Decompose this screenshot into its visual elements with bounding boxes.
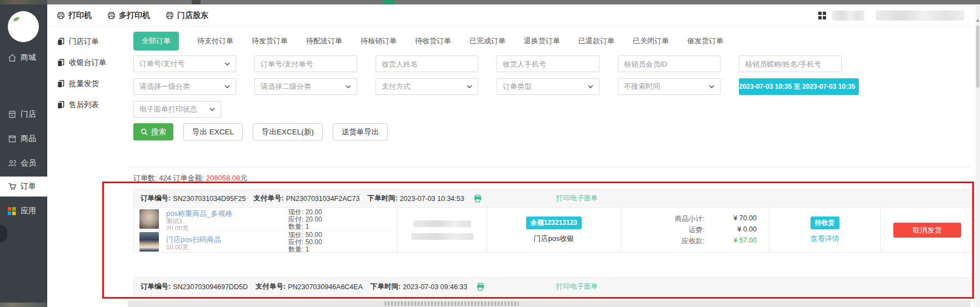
tab-all-orders[interactable]: 全部订单 — [133, 32, 179, 51]
print-eorder-link[interactable]: 打印电子面单 — [556, 194, 598, 203]
receiver-phone-input[interactable] — [497, 56, 599, 72]
verifier-name-input[interactable] — [739, 56, 842, 72]
apps-icon — [7, 207, 17, 216]
export-excel-new-button[interactable]: 导出EXCEL(新) — [253, 123, 323, 140]
sidebar-item-label: 门店 — [21, 109, 36, 119]
tab-urge-shipment[interactable]: 催发货订单 — [687, 36, 723, 46]
submenu-item-label: 门店订单 — [69, 37, 99, 47]
submenu-item-batch-shipment[interactable]: 批量发货 — [47, 73, 128, 94]
product-row: pos称重商品_多规格 测试1 20.00克 现价: 20.00 应付: 20.… — [134, 208, 397, 230]
store-icon — [7, 110, 17, 119]
store-shareholder-button[interactable]: 门店股东 — [166, 11, 208, 21]
printer-button[interactable]: 打印机 — [57, 11, 92, 21]
submenu-item-cashier-orders[interactable]: 收银台订单 — [47, 52, 128, 73]
tab-refunded[interactable]: 已退款订单 — [578, 36, 614, 46]
chevron-down-icon — [209, 108, 215, 111]
leaf-icon — [12, 16, 21, 24]
category-level2-select[interactable]: 请选择二级分类 — [254, 78, 357, 95]
order-no-input[interactable] — [254, 56, 357, 72]
select-value: 电子面单打印状态 — [139, 104, 197, 114]
view-detail-link[interactable]: 查看详情 — [811, 234, 839, 244]
browser-strip-green-segment — [383, 0, 394, 4]
scrollbar-thumb[interactable] — [976, 26, 979, 88]
order-time-value: 2023-07-03 09:46:33 — [403, 283, 467, 291]
order-time-value: 2023-07-03 10:34:53 — [400, 195, 464, 203]
qty-value: 1 — [306, 223, 309, 230]
side-drawer-handle[interactable] — [0, 225, 7, 243]
document-icon — [57, 38, 64, 46]
price-label: 现价: — [288, 231, 303, 239]
blurred-customer-info — [411, 233, 473, 240]
chevron-down-icon — [224, 85, 230, 88]
cancel-shipment-button[interactable]: 取消发货 — [893, 223, 961, 238]
tab-pending-delivery[interactable]: 待配送订单 — [306, 36, 342, 46]
sidebar-item-mall[interactable]: 商城 — [0, 48, 47, 68]
print-eorder-link[interactable]: 打印电子面单 — [556, 282, 598, 291]
product-title-link[interactable]: 门店pos扫码商品 — [166, 235, 397, 244]
date-range-button[interactable]: 2023-07-03 10:35 至 2023-07-03 10:35 — [739, 78, 859, 95]
tab-pending-verification[interactable]: 待核销订单 — [361, 36, 397, 46]
grid-menu-icon[interactable] — [818, 12, 827, 20]
pay-no-value: PN2307031034F2AC73 — [286, 195, 360, 203]
document-icon — [57, 101, 64, 109]
pay-no-value: PN2307030946A6C4EA — [288, 283, 363, 291]
sidebar-item-goods[interactable]: 商品 — [0, 129, 47, 149]
status-badge: 待收货 — [811, 217, 839, 229]
multi-printer-button[interactable]: 多打印机 — [107, 11, 150, 21]
avatar[interactable] — [8, 11, 39, 42]
product-title-link[interactable]: pos称重商品_多规格 — [166, 209, 397, 218]
print-receipt-icon-button[interactable] — [473, 194, 482, 203]
print-receipt-icon-button[interactable] — [476, 283, 485, 291]
tab-completed[interactable]: 已完成订单 — [469, 36, 506, 46]
filter-row-2: 请选择一级分类 请选择二级分类 支付方式 订单类型 不搜索时间 2023-07-… — [133, 78, 859, 95]
order-no-type-select[interactable]: 订单号/支付号 — [133, 56, 236, 72]
tab-pending-receipt[interactable]: 待收货订单 — [415, 36, 451, 46]
product-image — [139, 232, 159, 251]
payable-value: 50.00 — [306, 238, 322, 246]
order-no-value: SN230703094697DD5D — [173, 283, 248, 291]
printer-icon — [473, 194, 482, 203]
price-label: 现价: — [288, 208, 303, 216]
sidebar-item-label: 会员 — [21, 158, 36, 168]
receiver-name-input[interactable] — [376, 56, 478, 72]
qty-label: 数量: — [288, 245, 303, 253]
receivable-value: ¥ 57.00 — [704, 236, 769, 246]
sidebar-item-orders[interactable]: 订单 — [0, 177, 47, 197]
select-value: 订单号/支付号 — [139, 59, 185, 69]
sidebar-item-apps[interactable]: 应用 — [0, 201, 47, 221]
order-type-select[interactable]: 订单类型 — [497, 78, 599, 95]
sidebar-item-store[interactable]: 门店 — [0, 104, 47, 124]
submenu-item-store-orders[interactable]: 门店订单 — [47, 31, 128, 52]
order-card: 订单编号: SN2307031034D95F25 支付单号: PN2307031… — [133, 189, 974, 253]
eorder-print-status-select[interactable]: 电子面单打印状态 — [133, 101, 221, 118]
document-icon — [57, 59, 64, 67]
browser-tab-fragment — [0, 0, 47, 4]
submenu-item-aftersales-list[interactable]: 售后列表 — [47, 94, 128, 115]
order-count-label: 订单数: — [133, 174, 157, 182]
tab-pending-shipment[interactable]: 待发货订单 — [252, 36, 288, 46]
order-no-label: 订单编号: — [141, 282, 171, 291]
time-search-select[interactable]: 不搜索时间 — [618, 78, 721, 95]
delivery-note-export-button[interactable]: 送货单导出 — [333, 123, 388, 140]
blurred-user-info — [876, 11, 964, 21]
category-level1-select[interactable]: 请选择一级分类 — [133, 78, 236, 95]
topbar: 打印机 多打印机 门店股东 — [47, 4, 980, 27]
search-button[interactable]: 搜索 — [133, 123, 173, 140]
scrollbar-up-arrow[interactable] — [976, 19, 979, 22]
export-excel-button[interactable]: 导出 EXCEL — [183, 123, 243, 140]
tab-return-exchange[interactable]: 退换货订单 — [524, 36, 560, 46]
printer-button-label: 打印机 — [68, 11, 92, 21]
price-value: 50.00 — [306, 231, 322, 239]
order-count-value: 424 — [159, 174, 171, 182]
tab-pending-payment[interactable]: 待支付订单 — [197, 36, 233, 46]
chevron-down-icon — [224, 62, 230, 66]
main-sidebar: 商城 门店 商品 会员 订单 — [0, 4, 47, 307]
verifier-member-id-input[interactable] — [618, 56, 721, 72]
filter-row-1: 订单号/支付号 — [133, 56, 842, 72]
pay-method-select[interactable]: 支付方式 — [376, 78, 478, 95]
product-image — [139, 209, 159, 229]
tab-closed[interactable]: 已关闭订单 — [633, 36, 669, 46]
payable-label: 应付: — [288, 238, 303, 246]
sidebar-item-members[interactable]: 会员 — [0, 153, 47, 173]
subtotal-label: 商品小计: — [621, 214, 704, 224]
